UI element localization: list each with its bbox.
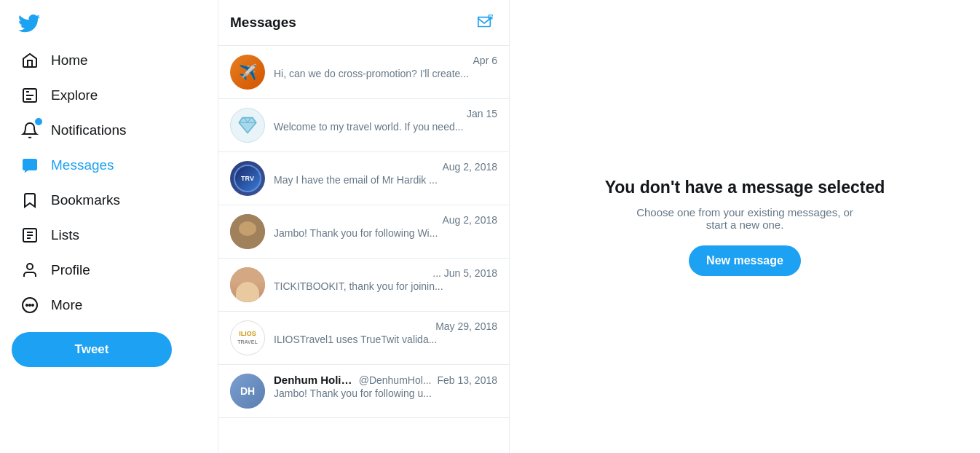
notifications-badge [35,118,42,125]
message-preview: Hi, can we do cross-promotion? I'll crea… [274,68,497,79]
sidebar-item-messages-label: Messages [51,157,114,173]
right-panel: You don't have a message selected Choose… [510,0,980,453]
list-item[interactable]: ILIOSTRAVEL May 29, 2018 ILIOSTravel1 us… [218,312,509,365]
list-item[interactable]: ✈️ Apr 6 Hi, can we do cross-promotion? … [218,46,509,99]
avatar [230,214,265,249]
message-date: May 29, 2018 [435,320,497,332]
profile-icon [20,261,39,280]
message-meta: May 29, 2018 [274,320,497,332]
message-date: Aug 2, 2018 [442,161,497,173]
sidebar-item-bookmarks[interactable]: Bookmarks [12,184,206,217]
message-preview: TICKITBOOKIT, thank you for joinin... [274,280,497,292]
svg-point-5 [29,304,31,306]
svg-point-2 [27,264,33,269]
sidebar: Home Explore Notifications Messages [0,0,218,453]
message-content: Apr 6 Hi, can we do cross-promotion? I'l… [274,55,497,79]
message-date: Apr 6 [473,55,497,66]
bookmarks-icon [20,191,39,210]
avatar [230,267,265,302]
messages-header: Messages [218,0,509,46]
message-date: Jan 15 [467,108,497,119]
message-date: Aug 2, 2018 [442,214,497,226]
list-item[interactable]: Jan 15 Welcome to my travel world. If yo… [218,99,509,152]
sidebar-item-home[interactable]: Home [12,44,206,77]
tweet-button[interactable]: Tweet [12,332,172,367]
sidebar-item-notifications-label: Notifications [51,122,127,138]
list-item[interactable]: Aug 2, 2018 Jambo! Thank you for followi… [218,205,509,259]
sidebar-item-explore[interactable]: Explore [12,79,206,112]
twitter-bird-icon [18,12,40,34]
new-message-button[interactable]: New message [689,245,801,276]
diamond-icon [237,115,258,135]
home-icon [20,51,39,70]
list-item[interactable]: ... Jun 5, 2018 TICKITBOOKIT, thank you … [218,259,509,312]
avatar: DH [230,374,265,409]
sidebar-item-messages[interactable]: Messages [12,149,206,182]
messages-title: Messages [230,15,296,31]
sidebar-item-notifications[interactable]: Notifications [12,114,206,147]
sidebar-item-more-label: More [51,297,82,313]
message-content: ... Jun 5, 2018 TICKITBOOKIT, thank you … [274,267,497,292]
messages-list: ✈️ Apr 6 Hi, can we do cross-promotion? … [218,46,509,453]
list-item[interactable]: DH Denhum Holidays @DenhumHol... Feb 13,… [218,365,509,418]
message-content: Denhum Holidays @DenhumHol... Feb 13, 20… [274,374,497,399]
lists-icon [20,226,39,245]
sidebar-item-profile[interactable]: Profile [12,253,206,287]
list-item[interactable]: TRV Aug 2, 2018 May I have the email of … [218,152,509,205]
sidebar-item-profile-label: Profile [51,262,90,278]
sidebar-item-explore-label: Explore [51,87,98,103]
message-content: May 29, 2018 ILIOSTravel1 uses TrueTwit … [274,320,497,345]
message-meta: Aug 2, 2018 [274,214,497,226]
avatar [230,108,265,143]
explore-icon [20,86,39,105]
sidebar-item-lists-label: Lists [51,227,79,243]
message-preview: Welcome to my travel world. If you need.… [274,121,497,133]
message-meta: Jan 15 [274,108,497,119]
message-date: Feb 13, 2018 [437,374,497,386]
twitter-logo[interactable] [12,6,47,41]
message-meta: Apr 6 [274,55,497,66]
message-preview: ILIOSTravel1 uses TrueTwit valida... [274,334,497,345]
message-meta: Denhum Holidays @DenhumHol... Feb 13, 20… [274,374,497,386]
message-handle: @DenhumHol... [359,374,432,386]
message-content: Jan 15 Welcome to my travel world. If yo… [274,108,497,133]
message-preview: May I have the email of Mr Hardik ... [274,174,497,186]
svg-point-4 [26,304,28,306]
sidebar-item-lists[interactable]: Lists [12,218,206,252]
message-preview: Jambo! Thank you for following u... [274,387,497,399]
message-preview: Jambo! Thank you for following Wi... [274,227,497,239]
message-sender: Denhum Holidays [274,374,353,386]
notifications-icon [20,121,39,140]
sidebar-item-home-label: Home [51,52,88,68]
avatar: ILIOSTRAVEL [230,320,265,355]
message-content: Aug 2, 2018 Jambo! Thank you for followi… [274,214,497,239]
no-message-selected-title: You don't have a message selected [605,178,885,197]
message-date: ... Jun 5, 2018 [432,267,497,279]
avatar: TRV [230,161,265,196]
no-message-selected-subtitle: Choose one from your existing messages, … [628,206,861,231]
sidebar-item-bookmarks-label: Bookmarks [51,192,120,208]
svg-point-6 [32,304,33,306]
message-content: Aug 2, 2018 May I have the email of Mr H… [274,161,497,186]
avatar: ✈️ [230,55,265,90]
message-meta: Aug 2, 2018 [274,161,497,173]
more-icon [20,296,39,315]
messages-icon [20,156,39,175]
message-meta: ... Jun 5, 2018 [274,267,497,279]
compose-button[interactable] [473,10,497,35]
sidebar-item-more[interactable]: More [12,288,206,322]
messages-panel: Messages ✈️ Apr 6 Hi, can we do cross-pr… [218,0,510,453]
